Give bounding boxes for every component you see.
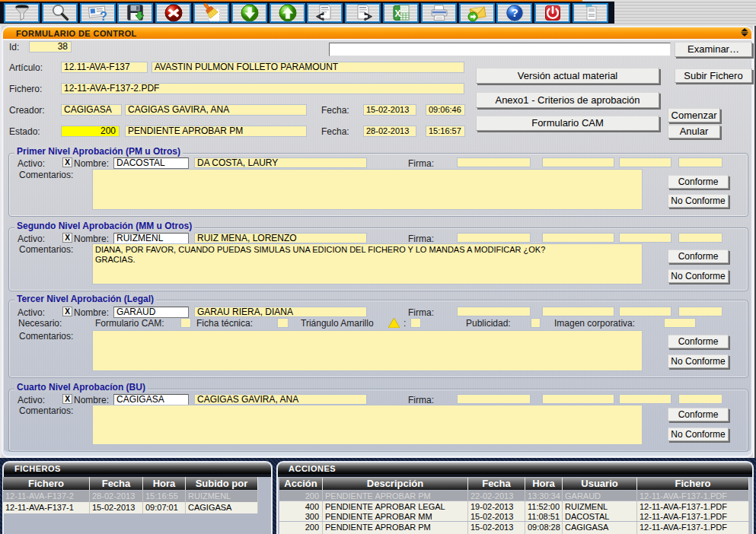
svg-text:X: X xyxy=(394,8,400,19)
svg-text:?: ? xyxy=(100,10,107,23)
svg-text:?: ? xyxy=(511,6,518,19)
